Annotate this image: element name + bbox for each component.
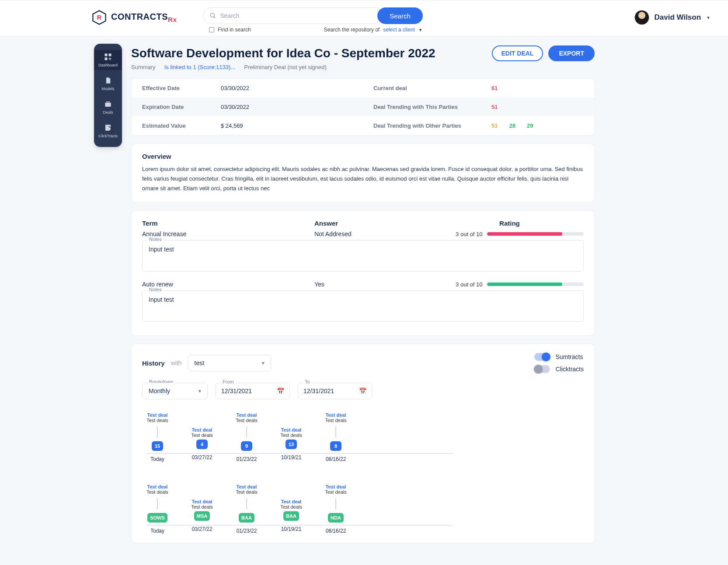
from-date-input[interactable]: 12/31/2021 📅 (216, 383, 290, 399)
find-label: Find in search (218, 27, 251, 33)
briefcase-icon (104, 100, 112, 108)
timeline-date: 01/23/22 (237, 456, 257, 462)
timeline-item[interactable]: Test deal Test deals 4 03/27/22 (187, 427, 217, 462)
find-checkbox[interactable] (209, 27, 214, 32)
notes-input[interactable]: Input test (142, 240, 584, 272)
effective-date: 03/30/2022 (221, 85, 249, 91)
terms-card: Term Answer Rating Annual Increase Not A… (131, 210, 595, 336)
export-button[interactable]: EXPORT (548, 45, 595, 61)
chevron-down-icon[interactable]: ▼ (418, 28, 423, 32)
col-answer: Answer (314, 220, 456, 227)
col-rating: Rating (456, 220, 584, 227)
sumtracts-toggle[interactable] (534, 353, 550, 361)
timeline-item[interactable]: Test deal Test deals 15 Today (142, 412, 173, 462)
rating-text: 3 out of 10 (456, 281, 482, 288)
timeline-item[interactable]: Test deal Test deals SOWS Today (142, 484, 173, 534)
sidebar-item-label: Dashboard (98, 63, 118, 67)
term-name: Annual Increase (142, 230, 314, 237)
timeline-date: Today (150, 456, 164, 462)
svg-text:R: R (97, 14, 102, 21)
user-menu[interactable]: David Wilson ▼ (634, 10, 711, 25)
timeline-title: Test deal (147, 412, 168, 418)
notes-label: Notes (147, 287, 164, 292)
timeline-item[interactable]: Test deal Test deals NDA 08/16/22 (320, 484, 351, 534)
timeline-subtitle: Test deals (325, 418, 347, 423)
logo-icon: R (92, 10, 107, 25)
trend-other-c: 29 (527, 122, 533, 129)
timeline-title: Test deal (147, 484, 168, 489)
meta-label: Deal Trending with Other Parties (373, 122, 491, 129)
timeline-subtitle: Test deals (280, 504, 302, 509)
meta-label: Effective Date (142, 85, 221, 91)
timeline-title: Test deal (237, 484, 257, 489)
toggle-label: Sumtracts (555, 353, 583, 360)
search-icon (209, 12, 216, 19)
timeline-date: 01/23/22 (237, 528, 257, 534)
breakdown-select[interactable]: Monthly ▼ (142, 383, 208, 399)
timeline-subtitle: Test deals (280, 432, 302, 438)
trend-this-value: 51 (491, 104, 498, 110)
timeline-item[interactable]: Test deal Test deals 13 10/19/21 (276, 427, 307, 462)
timeline-stem (157, 426, 158, 438)
dashboard-icon (104, 52, 112, 61)
timeline-item[interactable]: Test deal Test deals MSA 03/27/22 (187, 499, 217, 534)
trend-other-b: 28 (509, 122, 515, 129)
col-term: Term (142, 220, 314, 227)
clicktracts-toggle[interactable] (534, 365, 550, 373)
rating-bar (487, 232, 584, 236)
history-card: History with test ▼ Sumtracts Clicktract… (131, 344, 595, 543)
timeline-item[interactable]: Test deal Test deals BAA 10/19/21 (276, 499, 307, 534)
edit-deal-button[interactable]: EDIT DEAL (492, 45, 543, 61)
rating-bar (487, 282, 584, 286)
timeline-item[interactable]: Test deal Test deals 8 08/16/22 (320, 412, 351, 462)
timeline-date: 10/19/21 (281, 454, 302, 460)
timeline-item[interactable]: Test deal Test deals BAA 01/23/22 (231, 484, 262, 534)
notes-input[interactable]: Input test (142, 290, 584, 322)
logo-text: CONTRACTSRx (111, 12, 177, 23)
meta-card: Effective Date03/30/2022 Expiration Date… (131, 78, 595, 136)
search-box[interactable] (203, 7, 378, 24)
overview-card: Overview Lorem ipsum dolor sit amet, con… (131, 143, 595, 202)
sidebar-item-deals[interactable]: Deals (94, 97, 122, 117)
to-date-input[interactable]: 12/31/2021 📅 (298, 383, 372, 399)
svg-rect-5 (109, 54, 111, 56)
term-block: Auto renew Yes 3 out of 10 Notes Input t… (142, 281, 584, 323)
sidebar-item-clicktracts[interactable]: ClickTracts (94, 121, 122, 141)
history-filter-select[interactable]: test ▼ (188, 355, 271, 371)
timeline-date: 08/16/22 (326, 528, 346, 534)
timeline-subtitle: Test deals (191, 504, 213, 509)
repo-label: Search the repository of (324, 27, 380, 33)
search-input[interactable] (220, 12, 371, 19)
meta-label: Current deal (373, 85, 491, 91)
linked-link[interactable]: Is linked to 1 (Score:1133)... (164, 64, 236, 70)
sidebar-item-models[interactable]: Models (94, 73, 122, 94)
timeline-node: 8 (330, 441, 341, 451)
timeline-date: 10/19/21 (281, 526, 302, 532)
timeline-date: 03/27/22 (192, 454, 212, 460)
select-client-link[interactable]: select a client (383, 27, 415, 33)
timeline-stem (335, 426, 336, 438)
timeline-stem (335, 498, 336, 509)
timeline-subtitle: Test deals (191, 432, 213, 438)
svg-point-2 (210, 13, 214, 17)
top-bar: R CONTRACTSRx Search Find in search Sear… (0, 0, 728, 37)
notes-label: Notes (147, 237, 164, 242)
date-value: 12/31/2021 (303, 387, 334, 394)
timeline-subtitle: Test deals (325, 489, 347, 495)
with-label: with (171, 359, 182, 366)
svg-rect-7 (105, 103, 111, 107)
svg-rect-4 (105, 54, 108, 56)
document-icon (104, 76, 112, 85)
search-button[interactable]: Search (377, 7, 423, 24)
term-block: Annual Increase Not Addresed 3 out of 10… (142, 230, 584, 273)
term-answer: Not Addresed (314, 230, 456, 237)
sidebar-item-dashboard[interactable]: Dashboard (94, 50, 122, 70)
sidebar-item-label: Models (101, 87, 114, 91)
timeline-title: Test deal (326, 412, 346, 418)
timeline-item[interactable]: Test deal Test deals 9 01/23/22 (231, 412, 262, 462)
current-deal-value: 61 (491, 85, 498, 91)
timeline-node: 9 (241, 441, 252, 451)
logo[interactable]: R CONTRACTSRx (92, 10, 177, 25)
to-label: To (303, 379, 312, 384)
timeline-date: Today (150, 528, 164, 534)
